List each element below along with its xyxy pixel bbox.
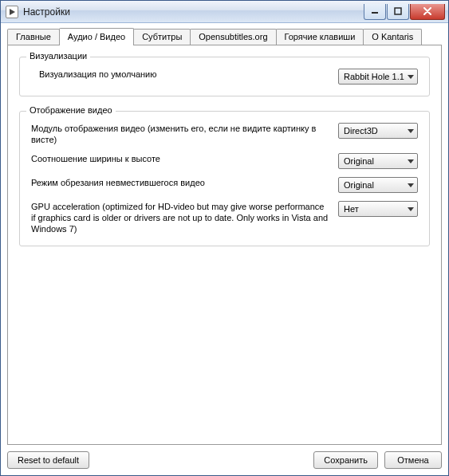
- tab-opensubtitles[interactable]: Opensubtitles.org: [190, 29, 276, 45]
- select-value: Rabbit Hole 1.1: [344, 72, 404, 81]
- group-title-video-display: Отображение видео: [26, 105, 116, 115]
- close-icon: [423, 7, 432, 15]
- tab-page-audio-video: Визуализации Визуализация по умолчанию R…: [7, 45, 442, 445]
- chevron-down-icon: [408, 75, 414, 79]
- label-crop-mode: Режим обрезания невместившегося видео: [31, 177, 338, 188]
- chevron-down-icon: [408, 159, 414, 163]
- label-default-visualization: Визуализация по умолчанию: [31, 69, 338, 80]
- group-visualizations: Визуализации Визуализация по умолчанию R…: [19, 57, 430, 96]
- chevron-down-icon: [408, 129, 414, 133]
- minimize-button[interactable]: [364, 4, 386, 20]
- window-title: Настройки: [23, 6, 70, 18]
- app-icon: [6, 6, 18, 18]
- select-crop-mode[interactable]: Original: [338, 177, 418, 193]
- select-value: Нет: [344, 204, 404, 214]
- tab-hotkeys[interactable]: Горячие клавиши: [276, 29, 364, 45]
- footer-buttons: Reset to default Сохранить Отмена: [7, 445, 442, 469]
- client-area: Главные Аудио / Видео Субтитры Opensubti…: [1, 23, 448, 475]
- row-crop-mode: Режим обрезания невместившегося видео Or…: [31, 177, 418, 193]
- select-value: Direct3D: [344, 126, 404, 136]
- chevron-down-icon: [408, 207, 414, 211]
- save-button[interactable]: Сохранить: [313, 451, 378, 469]
- select-gpu-acceleration[interactable]: Нет: [338, 201, 418, 217]
- chevron-down-icon: [408, 183, 414, 187]
- label-video-output: Модуль отображения видео (изменить его, …: [31, 123, 338, 145]
- select-video-output[interactable]: Direct3D: [338, 123, 418, 139]
- select-aspect-ratio[interactable]: Original: [338, 153, 418, 169]
- reset-button[interactable]: Reset to default: [7, 451, 89, 469]
- tab-subtitles[interactable]: Субтитры: [133, 29, 191, 45]
- svg-marker-0: [10, 9, 15, 15]
- minimize-icon: [371, 7, 379, 15]
- group-video-display: Отображение видео Модуль отображения вид…: [19, 111, 430, 246]
- select-value: Original: [344, 156, 404, 166]
- row-aspect-ratio: Соотношение ширины к высоте Original: [31, 153, 418, 169]
- window-controls: [364, 4, 445, 20]
- tab-about[interactable]: О Kantaris: [363, 29, 422, 45]
- row-gpu-acceleration: GPU acceleration (optimized for HD-video…: [31, 201, 418, 234]
- select-value: Original: [344, 180, 404, 190]
- label-gpu-acceleration: GPU acceleration (optimized for HD-video…: [31, 201, 338, 234]
- row-default-visualization: Визуализация по умолчанию Rabbit Hole 1.…: [31, 69, 418, 85]
- svg-rect-2: [395, 8, 401, 14]
- titlebar: Настройки: [1, 1, 448, 23]
- tab-audio-video[interactable]: Аудио / Видео: [59, 28, 134, 45]
- group-title-visualizations: Визуализации: [26, 51, 90, 61]
- cancel-button[interactable]: Отмена: [384, 451, 442, 469]
- tab-strip: Главные Аудио / Видео Субтитры Opensubti…: [7, 28, 442, 45]
- select-default-visualization[interactable]: Rabbit Hole 1.1: [338, 69, 418, 85]
- maximize-icon: [394, 7, 402, 15]
- tab-main[interactable]: Главные: [7, 29, 60, 45]
- maximize-button[interactable]: [387, 4, 409, 20]
- row-video-output: Модуль отображения видео (изменить его, …: [31, 123, 418, 145]
- settings-window: Настройки Главные Аудио / Видео Субтитры…: [0, 0, 449, 476]
- close-button[interactable]: [410, 4, 445, 20]
- label-aspect-ratio: Соотношение ширины к высоте: [31, 153, 338, 164]
- svg-rect-1: [372, 12, 378, 14]
